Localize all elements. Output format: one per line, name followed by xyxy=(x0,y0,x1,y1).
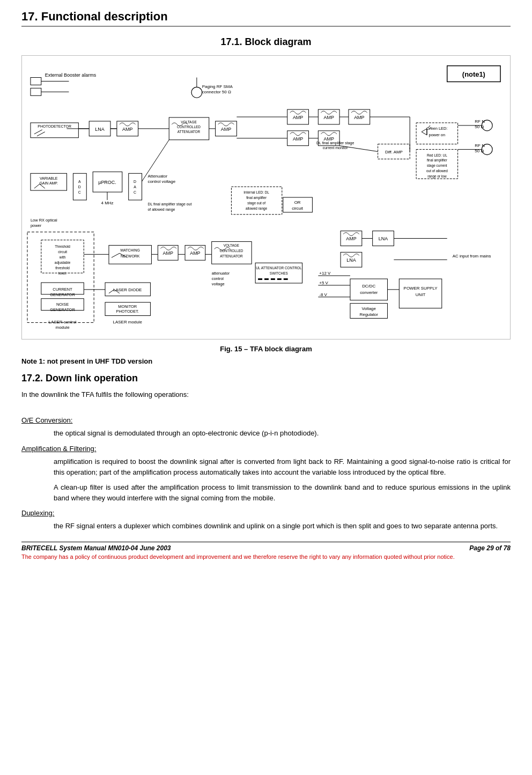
svg-text:D: D xyxy=(78,185,81,189)
svg-rect-2 xyxy=(31,78,41,85)
svg-text:power on: power on xyxy=(429,132,446,137)
svg-text:4 MHz: 4 MHz xyxy=(101,201,114,205)
svg-text:GAIN  AMP.: GAIN AMP. xyxy=(39,181,58,185)
svg-text:attenuator: attenuator xyxy=(212,271,230,276)
block-diagram: (note1) External Booster alarms Paging R… xyxy=(21,55,511,339)
svg-text:Voltage: Voltage xyxy=(361,306,376,311)
svg-text:GENERATOR: GENERATOR xyxy=(50,292,75,297)
dup-heading: Duplexing: xyxy=(21,508,511,519)
svg-text:D: D xyxy=(134,180,136,183)
svg-text:range  or  low: range or low xyxy=(427,174,447,179)
svg-text:ATTENUATOR: ATTENUATOR xyxy=(178,130,201,134)
chapter-title: 17. Functional description xyxy=(21,10,511,27)
svg-text:voltage: voltage xyxy=(212,282,225,286)
svg-text:LASER module: LASER module xyxy=(113,320,143,324)
footer-right: Page 29 of 78 xyxy=(469,544,511,560)
svg-text:LASER DIODE: LASER DIODE xyxy=(113,287,142,292)
svg-text:circuit: circuit xyxy=(58,250,67,254)
svg-text:µPROC.: µPROC. xyxy=(98,180,116,185)
svg-text:+5 V: +5 V xyxy=(319,281,328,285)
svg-text:PHOTODET.: PHOTODET. xyxy=(116,309,139,314)
svg-text:AMP: AMP xyxy=(221,127,231,132)
svg-text:Paging RF SMA: Paging RF SMA xyxy=(202,84,233,89)
svg-text:control voltage: control voltage xyxy=(147,179,175,184)
svg-text:RF N: RF N xyxy=(475,143,485,148)
svg-text:current monitor: current monitor xyxy=(323,146,348,150)
svg-text:DL final amplifier stage: DL final amplifier stage xyxy=(316,141,354,145)
svg-text:Regulator: Regulator xyxy=(360,312,379,317)
svg-text:SWITCHES: SWITCHES xyxy=(270,271,288,275)
svg-text:LNA: LNA xyxy=(346,257,356,263)
svg-text:Diff. AMP: Diff. AMP xyxy=(385,150,403,154)
svg-text:level.: level. xyxy=(58,271,66,275)
svg-text:AMP: AMP xyxy=(346,236,356,241)
svg-text:VARIABLE: VARIABLE xyxy=(40,176,58,180)
svg-text:Low RX optical: Low RX optical xyxy=(31,218,57,223)
svg-text:power: power xyxy=(31,223,42,228)
svg-text:MONITOR: MONITOR xyxy=(118,304,137,309)
svg-text:PHOTODETECTOR: PHOTODETECTOR xyxy=(38,124,71,128)
oe-text: the optical signal is demodulated throug… xyxy=(54,428,511,439)
svg-text:Red   LED:   UL: Red LED: UL xyxy=(427,153,447,157)
svg-rect-144 xyxy=(271,278,275,280)
svg-text:stage   current: stage current xyxy=(427,164,447,168)
svg-text:connector  50 Ω: connector 50 Ω xyxy=(202,90,231,94)
svg-text:out  of  allowed: out of allowed xyxy=(426,169,448,173)
svg-text:AMP: AMP xyxy=(122,127,132,132)
svg-text:Threshold: Threshold xyxy=(55,245,70,248)
svg-text:External Booster alarms: External Booster alarms xyxy=(45,72,97,78)
svg-text:NOISE: NOISE xyxy=(56,302,69,307)
svg-text:CURRENT: CURRENT xyxy=(53,287,72,292)
svg-text:50 Ω: 50 Ω xyxy=(475,149,484,153)
diagram-note: Note 1: not present in UHF TDD version xyxy=(21,357,511,365)
svg-text:(note1): (note1) xyxy=(462,70,485,78)
svg-text:POWER SUPPLY: POWER SUPPLY xyxy=(404,286,438,291)
amp-text-2: A clean-up filter is used after the ampl… xyxy=(54,482,511,504)
amp-heading: Amplification & Filtering: xyxy=(21,444,511,454)
dup-text: the RF signal enters a duplexer which co… xyxy=(54,521,511,532)
svg-rect-3 xyxy=(31,88,41,95)
svg-text:NETWORK: NETWORK xyxy=(121,254,140,258)
svg-text:RF N: RF N xyxy=(475,119,485,124)
section-2-intro: In the downlink the TFA fulfils the foll… xyxy=(21,389,511,400)
svg-text:Green LED:: Green LED: xyxy=(426,126,447,131)
svg-text:final    amplifier: final amplifier xyxy=(246,196,267,200)
svg-text:DL final amplifier stage out: DL final amplifier stage out xyxy=(147,202,191,206)
svg-text:GENERATOR: GENERATOR xyxy=(50,307,75,312)
svg-text:A: A xyxy=(78,180,81,183)
svg-text:CONTROLLED: CONTROLLED xyxy=(219,249,243,253)
svg-text:CONTROLLED: CONTROLLED xyxy=(177,125,201,129)
svg-text:A: A xyxy=(134,185,136,189)
svg-text:converter: converter xyxy=(360,290,378,295)
svg-text:ATTENUATOR: ATTENUATOR xyxy=(220,254,243,258)
svg-text:VOLTAGE: VOLTAGE xyxy=(224,243,240,247)
svg-text:DC/DC: DC/DC xyxy=(362,284,375,289)
svg-text:MATCHING: MATCHING xyxy=(120,248,139,252)
svg-text:UL  ATTENUATOR CONTROL: UL ATTENUATOR CONTROL xyxy=(256,266,302,270)
svg-text:AMP: AMP xyxy=(324,115,334,120)
svg-text:AMP: AMP xyxy=(293,115,303,120)
footer-notice: The company has a policy of continuous p… xyxy=(21,553,455,560)
svg-rect-145 xyxy=(277,278,282,280)
amp-text-1: amplification is required to boost the d… xyxy=(54,456,511,478)
page-footer: BRITECELL System Manual MN010-04 June 20… xyxy=(21,542,511,560)
oe-heading: O/E Conversion: xyxy=(21,415,511,426)
svg-text:of allowed range: of allowed range xyxy=(147,208,175,212)
diagram-caption: Fig. 15 – TFA block diagram xyxy=(21,345,511,353)
svg-text:final   amplifier: final amplifier xyxy=(427,158,448,163)
svg-text:AMP: AMP xyxy=(354,115,364,120)
svg-text:50 Ω: 50 Ω xyxy=(475,124,484,129)
svg-text:+12 V: +12 V xyxy=(319,271,331,276)
svg-text:circuit: circuit xyxy=(292,206,304,211)
svg-text:UNIT: UNIT xyxy=(416,292,426,297)
svg-text:Attenuator: Attenuator xyxy=(147,174,167,179)
diagram-svg: (note1) External Booster alarms Paging R… xyxy=(26,60,506,335)
svg-text:with: with xyxy=(59,255,66,259)
svg-text:AMP: AMP xyxy=(163,250,173,256)
svg-point-7 xyxy=(191,87,202,98)
svg-text:LNA: LNA xyxy=(95,127,104,132)
svg-text:AMP: AMP xyxy=(190,250,200,256)
section-2-title: 17.2. Down link operation xyxy=(21,373,511,384)
svg-text:stage   out   of: stage out of xyxy=(247,201,265,205)
svg-text:Internal LED: DL: Internal LED: DL xyxy=(243,190,269,194)
